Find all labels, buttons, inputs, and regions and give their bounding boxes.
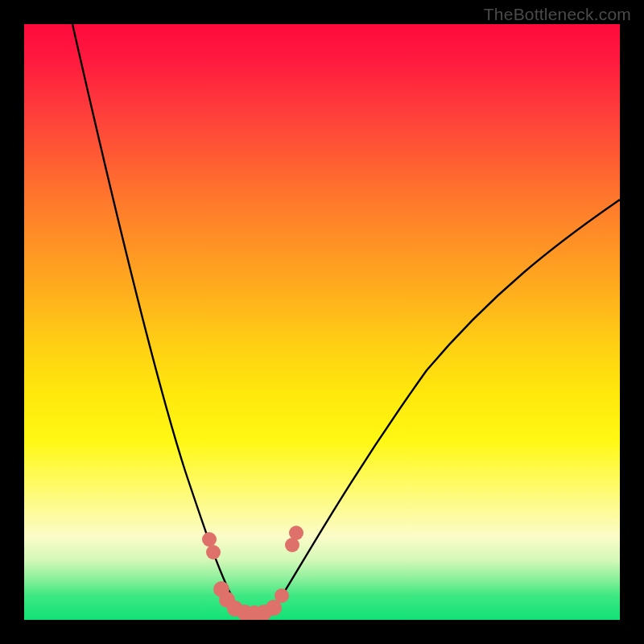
curves-layer [24,24,620,620]
right-curve [258,200,620,617]
data-marker [206,545,221,559]
data-marker [202,532,217,547]
left-curve [72,24,258,617]
data-marker [275,588,289,603]
plot-area [24,24,620,620]
data-marker [289,526,303,540]
marker-group [202,526,303,620]
chart-frame: TheBottleneck.com [0,0,644,644]
watermark-text: TheBottleneck.com [484,5,631,24]
